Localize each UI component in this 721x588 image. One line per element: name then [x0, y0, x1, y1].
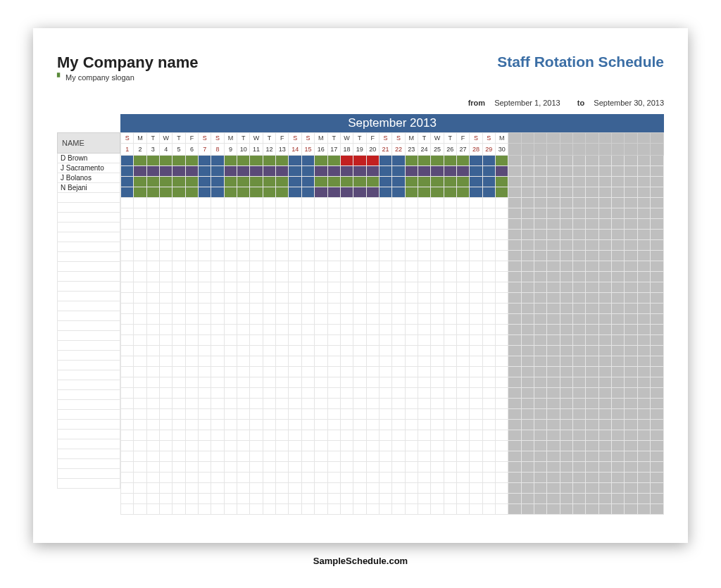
schedule-cell — [379, 314, 391, 325]
schedule-cell — [173, 187, 185, 198]
schedule-cell — [289, 356, 301, 367]
schedule-cell — [121, 335, 134, 346]
schedule-cell — [224, 304, 237, 314]
schedule-cell — [315, 198, 327, 208]
schedule-cell — [134, 272, 146, 282]
schedule-cell — [534, 504, 547, 515]
schedule-cell — [405, 261, 418, 272]
schedule-cell — [301, 251, 314, 261]
schedule-cell — [289, 346, 301, 356]
schedule-cell — [625, 462, 637, 473]
schedule-cell — [521, 304, 534, 314]
schedule-cell — [211, 356, 224, 367]
schedule-cell — [301, 240, 314, 251]
schedule-cell — [547, 198, 560, 208]
schedule-cell — [237, 208, 250, 219]
schedule-cell — [327, 261, 340, 272]
schedule-cell — [263, 441, 275, 451]
name-header: NAME — [57, 132, 120, 154]
dow-cell: W — [340, 133, 353, 144]
schedule-cell — [482, 219, 495, 230]
schedule-cell — [612, 325, 625, 335]
schedule-cell — [431, 346, 444, 356]
schedule-cell — [598, 451, 611, 462]
schedule-cell — [224, 504, 237, 515]
schedule-cell — [625, 166, 637, 177]
schedule-cell — [173, 335, 185, 346]
day-number-cell: 2 — [134, 144, 146, 156]
schedule-cell — [598, 409, 611, 420]
schedule-cell — [237, 251, 250, 261]
schedule-cell — [353, 282, 366, 293]
schedule-cell — [405, 377, 418, 388]
schedule-cell — [289, 282, 301, 293]
schedule-cell — [586, 282, 598, 293]
schedule-cell — [573, 325, 586, 335]
schedule-cell — [470, 451, 482, 462]
schedule-cell — [482, 314, 495, 325]
schedule-cell — [431, 356, 444, 367]
schedule-cell — [327, 177, 340, 187]
dow-cell: W — [160, 133, 173, 144]
staff-name-cell — [57, 430, 120, 439]
schedule-cell — [121, 399, 134, 409]
schedule-cell — [431, 377, 444, 388]
schedule-cell — [224, 430, 237, 441]
schedule-cell — [470, 187, 482, 198]
schedule-row — [121, 441, 664, 451]
schedule-cell — [185, 494, 198, 504]
schedule-cell — [289, 304, 301, 314]
schedule-cell — [612, 198, 625, 208]
schedule-cell — [315, 187, 327, 198]
schedule-cell — [224, 293, 237, 304]
schedule-cell — [456, 325, 469, 335]
schedule-cell — [444, 219, 456, 230]
schedule-cell — [625, 251, 637, 261]
schedule-cell — [250, 187, 263, 198]
dow-cell: T — [173, 133, 185, 144]
schedule-cell — [301, 198, 314, 208]
day-number-cell: 11 — [250, 144, 263, 156]
schedule-cell — [121, 462, 134, 473]
schedule-cell — [340, 462, 353, 473]
to-label: to — [577, 99, 584, 107]
schedule-cell — [444, 156, 456, 166]
schedule-cell — [547, 420, 560, 430]
schedule-cell — [534, 473, 547, 483]
schedule-cell — [301, 177, 314, 187]
schedule-cell — [612, 367, 625, 377]
schedule-cell — [301, 388, 314, 399]
schedule-cell — [185, 377, 198, 388]
schedule-cell — [637, 335, 650, 346]
staff-name-cell — [57, 341, 120, 351]
schedule-cell — [289, 230, 301, 240]
schedule-cell — [250, 494, 263, 504]
schedule-cell — [263, 494, 275, 504]
schedule-cell — [456, 451, 469, 462]
grid-column: September 2013 SMTWTFSSMTWTFSSMTWTFSSMTW… — [120, 114, 664, 515]
staff-name-cell — [57, 400, 120, 410]
schedule-cell — [508, 272, 521, 282]
schedule-cell — [379, 430, 391, 441]
schedule-cell — [392, 272, 405, 282]
schedule-cell — [534, 304, 547, 314]
schedule-cell — [185, 177, 198, 187]
schedule-cell — [651, 230, 664, 240]
schedule-row — [121, 377, 664, 388]
schedule-cell — [521, 483, 534, 494]
schedule-cell — [547, 293, 560, 304]
dow-cell: T — [598, 133, 611, 144]
staff-name-cell — [57, 351, 120, 361]
schedule-cell — [121, 198, 134, 208]
schedule-cell — [598, 293, 611, 304]
schedule-cell — [199, 261, 211, 272]
schedule-cell — [199, 388, 211, 399]
schedule-cell — [651, 462, 664, 473]
schedule-cell — [444, 335, 456, 346]
schedule-cell — [353, 356, 366, 367]
schedule-cell — [211, 198, 224, 208]
schedule-cell — [625, 367, 637, 377]
schedule-cell — [482, 388, 495, 399]
schedule-cell — [301, 451, 314, 462]
schedule-cell — [146, 230, 159, 240]
